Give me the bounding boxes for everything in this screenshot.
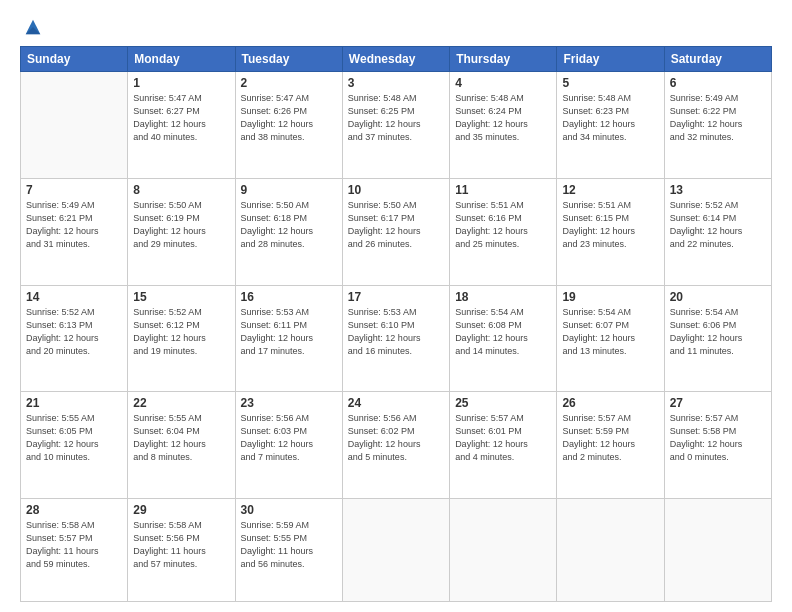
day-number: 13	[670, 183, 766, 197]
calendar-day-cell: 14Sunrise: 5:52 AM Sunset: 6:13 PM Dayli…	[21, 285, 128, 392]
day-number: 23	[241, 396, 337, 410]
day-number: 6	[670, 76, 766, 90]
day-info: Sunrise: 5:51 AM Sunset: 6:16 PM Dayligh…	[455, 199, 551, 251]
day-number: 24	[348, 396, 444, 410]
logo-icon	[22, 16, 44, 38]
calendar-day-cell: 2Sunrise: 5:47 AM Sunset: 6:26 PM Daylig…	[235, 72, 342, 179]
day-number: 14	[26, 290, 122, 304]
day-number: 17	[348, 290, 444, 304]
page: SundayMondayTuesdayWednesdayThursdayFrid…	[0, 0, 792, 612]
calendar-header-row: SundayMondayTuesdayWednesdayThursdayFrid…	[21, 47, 772, 72]
calendar-day-cell: 18Sunrise: 5:54 AM Sunset: 6:08 PM Dayli…	[450, 285, 557, 392]
calendar-table: SundayMondayTuesdayWednesdayThursdayFrid…	[20, 46, 772, 602]
day-number: 25	[455, 396, 551, 410]
day-number: 4	[455, 76, 551, 90]
calendar-day-cell: 13Sunrise: 5:52 AM Sunset: 6:14 PM Dayli…	[664, 178, 771, 285]
day-info: Sunrise: 5:48 AM Sunset: 6:25 PM Dayligh…	[348, 92, 444, 144]
day-number: 15	[133, 290, 229, 304]
day-number: 10	[348, 183, 444, 197]
day-info: Sunrise: 5:53 AM Sunset: 6:11 PM Dayligh…	[241, 306, 337, 358]
day-info: Sunrise: 5:50 AM Sunset: 6:19 PM Dayligh…	[133, 199, 229, 251]
calendar-day-cell: 21Sunrise: 5:55 AM Sunset: 6:05 PM Dayli…	[21, 392, 128, 499]
calendar-day-cell: 28Sunrise: 5:58 AM Sunset: 5:57 PM Dayli…	[21, 499, 128, 602]
calendar-day-cell: 12Sunrise: 5:51 AM Sunset: 6:15 PM Dayli…	[557, 178, 664, 285]
day-info: Sunrise: 5:51 AM Sunset: 6:15 PM Dayligh…	[562, 199, 658, 251]
day-info: Sunrise: 5:49 AM Sunset: 6:22 PM Dayligh…	[670, 92, 766, 144]
day-info: Sunrise: 5:52 AM Sunset: 6:13 PM Dayligh…	[26, 306, 122, 358]
calendar-day-cell	[342, 499, 449, 602]
calendar-day-cell: 1Sunrise: 5:47 AM Sunset: 6:27 PM Daylig…	[128, 72, 235, 179]
day-number: 20	[670, 290, 766, 304]
day-info: Sunrise: 5:54 AM Sunset: 6:08 PM Dayligh…	[455, 306, 551, 358]
day-info: Sunrise: 5:49 AM Sunset: 6:21 PM Dayligh…	[26, 199, 122, 251]
calendar-day-cell: 5Sunrise: 5:48 AM Sunset: 6:23 PM Daylig…	[557, 72, 664, 179]
day-info: Sunrise: 5:54 AM Sunset: 6:07 PM Dayligh…	[562, 306, 658, 358]
day-info: Sunrise: 5:59 AM Sunset: 5:55 PM Dayligh…	[241, 519, 337, 571]
day-number: 29	[133, 503, 229, 517]
day-number: 30	[241, 503, 337, 517]
calendar-week-row: 21Sunrise: 5:55 AM Sunset: 6:05 PM Dayli…	[21, 392, 772, 499]
weekday-header-monday: Monday	[128, 47, 235, 72]
calendar-day-cell: 4Sunrise: 5:48 AM Sunset: 6:24 PM Daylig…	[450, 72, 557, 179]
header	[20, 18, 772, 36]
day-info: Sunrise: 5:52 AM Sunset: 6:14 PM Dayligh…	[670, 199, 766, 251]
day-info: Sunrise: 5:50 AM Sunset: 6:18 PM Dayligh…	[241, 199, 337, 251]
day-number: 19	[562, 290, 658, 304]
day-info: Sunrise: 5:57 AM Sunset: 5:58 PM Dayligh…	[670, 412, 766, 464]
day-number: 28	[26, 503, 122, 517]
calendar-day-cell: 8Sunrise: 5:50 AM Sunset: 6:19 PM Daylig…	[128, 178, 235, 285]
calendar-day-cell: 7Sunrise: 5:49 AM Sunset: 6:21 PM Daylig…	[21, 178, 128, 285]
day-info: Sunrise: 5:58 AM Sunset: 5:56 PM Dayligh…	[133, 519, 229, 571]
day-info: Sunrise: 5:56 AM Sunset: 6:03 PM Dayligh…	[241, 412, 337, 464]
day-info: Sunrise: 5:53 AM Sunset: 6:10 PM Dayligh…	[348, 306, 444, 358]
day-info: Sunrise: 5:57 AM Sunset: 5:59 PM Dayligh…	[562, 412, 658, 464]
day-number: 8	[133, 183, 229, 197]
day-info: Sunrise: 5:48 AM Sunset: 6:24 PM Dayligh…	[455, 92, 551, 144]
day-info: Sunrise: 5:50 AM Sunset: 6:17 PM Dayligh…	[348, 199, 444, 251]
day-info: Sunrise: 5:58 AM Sunset: 5:57 PM Dayligh…	[26, 519, 122, 571]
day-number: 7	[26, 183, 122, 197]
weekday-header-friday: Friday	[557, 47, 664, 72]
calendar-day-cell: 23Sunrise: 5:56 AM Sunset: 6:03 PM Dayli…	[235, 392, 342, 499]
day-number: 5	[562, 76, 658, 90]
day-info: Sunrise: 5:55 AM Sunset: 6:04 PM Dayligh…	[133, 412, 229, 464]
day-info: Sunrise: 5:55 AM Sunset: 6:05 PM Dayligh…	[26, 412, 122, 464]
weekday-header-saturday: Saturday	[664, 47, 771, 72]
calendar-day-cell: 20Sunrise: 5:54 AM Sunset: 6:06 PM Dayli…	[664, 285, 771, 392]
calendar-day-cell: 3Sunrise: 5:48 AM Sunset: 6:25 PM Daylig…	[342, 72, 449, 179]
calendar-day-cell: 29Sunrise: 5:58 AM Sunset: 5:56 PM Dayli…	[128, 499, 235, 602]
calendar-day-cell: 26Sunrise: 5:57 AM Sunset: 5:59 PM Dayli…	[557, 392, 664, 499]
calendar-day-cell: 27Sunrise: 5:57 AM Sunset: 5:58 PM Dayli…	[664, 392, 771, 499]
day-number: 1	[133, 76, 229, 90]
calendar-day-cell	[664, 499, 771, 602]
day-info: Sunrise: 5:57 AM Sunset: 6:01 PM Dayligh…	[455, 412, 551, 464]
day-number: 9	[241, 183, 337, 197]
calendar-day-cell: 25Sunrise: 5:57 AM Sunset: 6:01 PM Dayli…	[450, 392, 557, 499]
weekday-header-tuesday: Tuesday	[235, 47, 342, 72]
logo	[20, 18, 44, 36]
calendar-day-cell: 30Sunrise: 5:59 AM Sunset: 5:55 PM Dayli…	[235, 499, 342, 602]
calendar-day-cell	[557, 499, 664, 602]
day-info: Sunrise: 5:47 AM Sunset: 6:26 PM Dayligh…	[241, 92, 337, 144]
weekday-header-sunday: Sunday	[21, 47, 128, 72]
calendar-week-row: 1Sunrise: 5:47 AM Sunset: 6:27 PM Daylig…	[21, 72, 772, 179]
day-number: 21	[26, 396, 122, 410]
calendar-day-cell: 11Sunrise: 5:51 AM Sunset: 6:16 PM Dayli…	[450, 178, 557, 285]
calendar-day-cell	[21, 72, 128, 179]
day-number: 11	[455, 183, 551, 197]
day-number: 16	[241, 290, 337, 304]
day-info: Sunrise: 5:52 AM Sunset: 6:12 PM Dayligh…	[133, 306, 229, 358]
calendar-day-cell: 22Sunrise: 5:55 AM Sunset: 6:04 PM Dayli…	[128, 392, 235, 499]
calendar-day-cell: 16Sunrise: 5:53 AM Sunset: 6:11 PM Dayli…	[235, 285, 342, 392]
calendar-day-cell: 24Sunrise: 5:56 AM Sunset: 6:02 PM Dayli…	[342, 392, 449, 499]
weekday-header-wednesday: Wednesday	[342, 47, 449, 72]
calendar-day-cell: 15Sunrise: 5:52 AM Sunset: 6:12 PM Dayli…	[128, 285, 235, 392]
calendar-week-row: 28Sunrise: 5:58 AM Sunset: 5:57 PM Dayli…	[21, 499, 772, 602]
calendar-week-row: 7Sunrise: 5:49 AM Sunset: 6:21 PM Daylig…	[21, 178, 772, 285]
calendar-day-cell: 19Sunrise: 5:54 AM Sunset: 6:07 PM Dayli…	[557, 285, 664, 392]
day-info: Sunrise: 5:54 AM Sunset: 6:06 PM Dayligh…	[670, 306, 766, 358]
day-info: Sunrise: 5:47 AM Sunset: 6:27 PM Dayligh…	[133, 92, 229, 144]
day-number: 18	[455, 290, 551, 304]
day-number: 22	[133, 396, 229, 410]
calendar-day-cell: 6Sunrise: 5:49 AM Sunset: 6:22 PM Daylig…	[664, 72, 771, 179]
